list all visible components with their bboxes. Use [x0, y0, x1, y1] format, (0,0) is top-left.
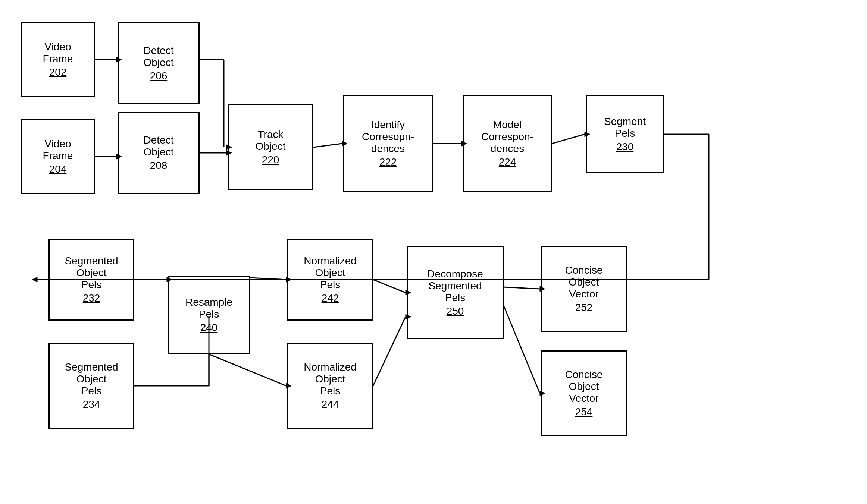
diagram: VideoFrame202DetectObject206VideoFrame20…	[0, 0, 867, 504]
box-label-vf202: VideoFrame	[43, 41, 73, 65]
box-label-sop232: SegmentedObjectPels	[65, 255, 118, 291]
box-label-nop244: NormalizedObjectPels	[304, 361, 357, 397]
svg-line-27	[373, 280, 406, 293]
box-sp230: SegmentPels230	[586, 95, 664, 173]
svg-line-31	[504, 287, 540, 289]
box-label-vf204: VideoFrame	[43, 138, 73, 162]
box-label-nop242: NormalizedObjectPels	[304, 255, 357, 291]
box-sop232: SegmentedObjectPels232	[48, 239, 134, 321]
box-label-do208: DetectObject	[144, 134, 174, 158]
box-cov254: ConciseObjectVector254	[541, 350, 627, 436]
box-ic222: IdentifyCorresopn-dences222	[343, 95, 433, 192]
box-num-vf204: 204	[49, 163, 67, 175]
box-num-dsp250: 250	[447, 305, 464, 317]
box-label-mc224: ModelCorrespon-dences	[481, 119, 533, 155]
box-vf202: VideoFrame202	[21, 22, 95, 97]
box-nop242: NormalizedObjectPels242	[287, 239, 373, 321]
box-label-dsp250: DecomposeSegmentedPels	[427, 268, 483, 304]
box-num-to220: 220	[262, 154, 279, 166]
box-nop244: NormalizedObjectPels244	[287, 343, 373, 429]
svg-marker-17	[32, 277, 37, 282]
svg-line-33	[504, 306, 540, 393]
box-vf204: VideoFrame204	[21, 119, 95, 194]
box-num-do208: 208	[150, 160, 168, 171]
box-label-sp230: SegmentPels	[604, 116, 646, 139]
svg-line-22	[250, 278, 286, 280]
box-label-sop234: SegmentedObjectPels	[65, 361, 118, 397]
box-num-vf202: 202	[49, 66, 67, 78]
box-num-sp230: 230	[616, 141, 634, 153]
box-num-ic222: 222	[379, 156, 397, 168]
box-rp240: ResamplePels240	[168, 276, 250, 354]
box-num-cov252: 252	[575, 302, 593, 314]
svg-line-25	[209, 354, 286, 386]
box-label-ic222: IdentifyCorresopn-dences	[362, 119, 414, 155]
box-label-cov254: ConciseObjectVector	[565, 369, 602, 404]
svg-line-12	[552, 134, 585, 144]
box-num-mc224: 224	[499, 156, 516, 168]
box-dsp250: DecomposeSegmentedPels250	[407, 246, 504, 339]
box-label-do206: DetectObject	[144, 45, 174, 69]
box-to220: TrackObject220	[228, 104, 313, 190]
box-do208: DetectObject208	[118, 112, 200, 194]
box-label-cov252: ConciseObjectVector	[565, 264, 602, 300]
box-num-cov254: 254	[575, 406, 593, 418]
box-do206: DetectObject206	[118, 22, 200, 104]
svg-line-29	[373, 317, 406, 386]
box-num-sop234: 234	[83, 399, 100, 410]
box-num-do206: 206	[150, 70, 168, 82]
box-num-nop242: 242	[322, 292, 339, 304]
box-mc224: ModelCorrespon-dences224	[463, 95, 552, 192]
box-label-rp240: ResamplePels	[185, 296, 232, 320]
box-num-nop244: 244	[322, 399, 339, 410]
box-sop234: SegmentedObjectPels234	[48, 343, 134, 429]
svg-line-8	[313, 144, 342, 147]
box-cov252: ConciseObjectVector252	[541, 246, 627, 332]
box-label-to220: TrackObject	[256, 129, 286, 152]
box-num-sop232: 232	[83, 292, 100, 304]
box-num-rp240: 240	[200, 322, 218, 334]
